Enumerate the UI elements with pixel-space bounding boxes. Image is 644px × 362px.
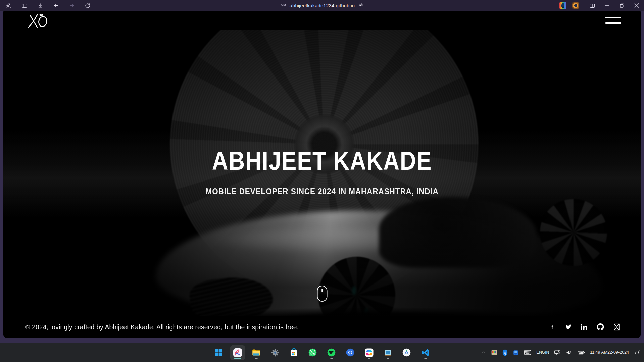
file-explorer-icon [252, 348, 261, 357]
network-icon[interactable] [553, 349, 561, 357]
hero-title: ABHIJEET KAKADE [3, 146, 641, 176]
download-icon[interactable] [37, 2, 44, 9]
windows-icon [214, 348, 223, 357]
color-bars-icon[interactable] [490, 349, 498, 356]
scroll-mouse-icon [317, 286, 327, 302]
volume-icon[interactable] [565, 349, 573, 357]
spotify-icon [327, 348, 336, 357]
active-indicator [234, 358, 241, 359]
taskbar-spotify[interactable] [324, 345, 339, 360]
touch-keyboard-icon[interactable] [523, 349, 532, 356]
tray-chevron-icon[interactable] [480, 349, 487, 356]
sync-circle-icon [346, 348, 355, 357]
social-links [548, 323, 620, 331]
back-icon[interactable] [52, 2, 60, 9]
burger-line [605, 17, 621, 18]
taskbar-app-store[interactable] [399, 345, 414, 360]
arc-browser-icon [233, 348, 242, 357]
extension-2-icon[interactable] [572, 2, 579, 9]
arc-logo-icon[interactable] [5, 2, 12, 9]
hero-section: ABHIJEET KAKADE MOBILE DEVELOPER SINCE 2… [3, 30, 641, 316]
start-button[interactable] [211, 345, 226, 360]
facebook-icon[interactable] [548, 323, 556, 331]
vscode-icon [421, 348, 430, 357]
menu-button[interactable] [605, 15, 621, 26]
taskbar-sync-app[interactable] [343, 345, 358, 360]
site-footer: © 2024, lovingly crafted by Abhijeet Kak… [3, 316, 641, 338]
forward-icon[interactable] [68, 2, 76, 9]
maximize-icon[interactable] [614, 0, 629, 11]
running-indicator [255, 358, 257, 359]
taskbar-whatsapp[interactable] [305, 345, 320, 360]
notepad-icon [384, 348, 392, 357]
taskbar: ENG IN [0, 343, 644, 362]
site-header: XO [3, 11, 641, 30]
clock-time: 11:49 AM [590, 350, 607, 355]
taskbar-file-explorer[interactable] [249, 345, 264, 360]
taskbar-microsoft-store[interactable] [287, 345, 301, 360]
close-icon[interactable] [629, 0, 644, 11]
clock-date: 22-09-2024 [607, 350, 629, 355]
hero-subtitle: MOBILE DEVELOPER SINCE 2024 IN MAHARASHT… [3, 187, 641, 196]
language-line2: IN [545, 350, 549, 355]
running-indicator [330, 358, 333, 359]
link-icon [281, 2, 286, 9]
bluetooth-icon[interactable] [502, 349, 508, 357]
refresh-icon[interactable] [84, 2, 91, 9]
gear-icon [271, 348, 280, 357]
extension-1-icon[interactable] [559, 2, 566, 9]
browser-toolbar: abhijeetkakade1234.github.io [0, 0, 644, 11]
taskbar-petals-app[interactable] [362, 345, 377, 360]
split-view-icon[interactable] [585, 0, 600, 11]
taskbar-notepad[interactable] [381, 345, 395, 360]
sidebar-toggle-icon[interactable] [21, 2, 28, 9]
dnd-bell-icon[interactable] [633, 349, 641, 357]
language-indicator[interactable]: ENG IN [536, 350, 550, 356]
url-text: abhijeetkakade1234.github.io [290, 3, 355, 8]
minimize-icon[interactable] [600, 0, 614, 11]
running-indicator [368, 358, 370, 359]
language-line1: ENG [536, 350, 545, 355]
running-indicator [424, 358, 427, 359]
clock[interactable]: 11:49 AM 22-09-2024 [589, 349, 630, 356]
app-store-icon [402, 348, 411, 357]
github-icon[interactable] [597, 323, 604, 331]
running-indicator [387, 358, 389, 359]
taskbar-apps [211, 345, 433, 360]
taskbar-arc-browser[interactable] [230, 345, 245, 360]
xo-logo-icon [24, 12, 53, 29]
burger-line [605, 22, 621, 24]
system-tray: ENG IN [480, 343, 641, 362]
battery-icon[interactable] [577, 349, 586, 356]
taskbar-settings[interactable] [268, 345, 283, 360]
browser-viewport: XO ABHIJEET KAKADE MOBILE DEVELOPER SINC… [3, 11, 641, 338]
whatsapp-icon [308, 348, 317, 357]
address-bar[interactable]: abhijeetkakade1234.github.io [281, 0, 363, 11]
twitter-icon[interactable] [564, 323, 572, 331]
petals-icon [364, 348, 374, 357]
store-icon [289, 348, 298, 357]
blue-app-icon[interactable] [512, 349, 519, 356]
screen: abhijeetkakade1234.github.io [0, 0, 644, 338]
taskbar-vscode[interactable] [418, 345, 433, 360]
box-x-icon[interactable] [613, 323, 620, 331]
linkedin-icon[interactable] [581, 323, 588, 331]
tune-icon[interactable] [358, 2, 363, 9]
site-logo[interactable]: XO [24, 12, 53, 29]
copyright-text: © 2024, lovingly crafted by Abhijeet Kak… [25, 323, 323, 331]
